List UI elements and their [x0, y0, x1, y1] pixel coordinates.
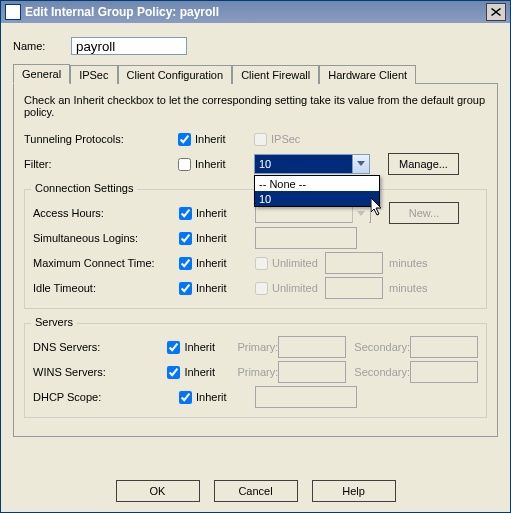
filter-dropdown: -- None -- 10	[254, 175, 380, 207]
wins-primary-input	[278, 361, 346, 383]
close-icon	[491, 8, 501, 16]
dhcp-inherit-checkbox[interactable]	[179, 391, 192, 404]
tunneling-label: Tunneling Protocols:	[24, 133, 178, 145]
cancel-button[interactable]: Cancel	[214, 480, 298, 502]
idle-timeout-input	[325, 277, 383, 299]
dns-secondary-input	[410, 336, 478, 358]
idle-timeout-label: Idle Timeout:	[33, 282, 179, 294]
dns-label: DNS Servers:	[33, 341, 167, 353]
filter-value: 10	[259, 158, 271, 170]
minutes-label: minutes	[389, 282, 428, 294]
tab-strip: General IPSec Client Configuration Clien…	[13, 63, 498, 83]
dns-primary-input	[278, 336, 346, 358]
tab-panel-general: Check an Inherit checkbox to let the cor…	[13, 83, 498, 437]
help-button[interactable]: Help	[312, 480, 396, 502]
wins-label: WINS Servers:	[33, 366, 167, 378]
filter-inherit-checkbox[interactable]	[178, 158, 191, 171]
dns-secondary-label: Secondary:	[354, 341, 410, 353]
unlimited-label: Unlimited	[272, 257, 318, 269]
tab-hardware-client[interactable]: Hardware Client	[319, 65, 416, 84]
simul-logins-label: Simultaneous Logins:	[33, 232, 179, 244]
connection-settings-group: Connection Settings Access Hours: Inheri…	[24, 189, 487, 309]
wins-secondary-input	[410, 361, 478, 383]
tab-general[interactable]: General	[13, 64, 70, 84]
filter-combo[interactable]: 10 -- None -- 10	[254, 154, 370, 174]
max-connect-label: Maximum Connect Time:	[33, 257, 179, 269]
dns-primary-label: Primary:	[237, 341, 278, 353]
window-title: Edit Internal Group Policy: payroll	[25, 5, 219, 19]
new-button: New...	[389, 202, 459, 224]
name-input[interactable]	[71, 37, 187, 55]
max-connect-unlimited-checkbox	[255, 257, 268, 270]
ok-button[interactable]: OK	[116, 480, 200, 502]
simul-logins-input	[255, 227, 357, 249]
wins-primary-label: Primary:	[237, 366, 278, 378]
filter-option-10[interactable]: 10	[255, 191, 379, 206]
dhcp-label: DHCP Scope:	[33, 391, 179, 403]
inherit-label: Inherit	[196, 391, 227, 403]
tab-ipsec[interactable]: IPSec	[70, 65, 117, 84]
inherit-label: Inherit	[184, 341, 215, 353]
wins-secondary-label: Secondary:	[354, 366, 410, 378]
access-hours-inherit-checkbox[interactable]	[179, 207, 192, 220]
inherit-label: Inherit	[195, 158, 226, 170]
name-label: Name:	[13, 40, 71, 52]
filter-option-none[interactable]: -- None --	[255, 176, 379, 191]
filter-combo-button[interactable]	[352, 155, 369, 173]
tunneling-inherit-checkbox[interactable]	[178, 133, 191, 146]
simul-logins-inherit-checkbox[interactable]	[179, 232, 192, 245]
ipsec-checkbox	[254, 133, 267, 146]
servers-title: Servers	[31, 316, 77, 328]
minutes-label: minutes	[389, 257, 428, 269]
inherit-label: Inherit	[196, 207, 227, 219]
tab-client-firewall[interactable]: Client Firewall	[232, 65, 319, 84]
chevron-down-icon	[357, 211, 365, 217]
close-button[interactable]	[486, 3, 506, 21]
inherit-label: Inherit	[196, 282, 227, 294]
inherit-label: Inherit	[196, 257, 227, 269]
idle-timeout-inherit-checkbox[interactable]	[179, 282, 192, 295]
dhcp-input	[255, 386, 357, 408]
ipsec-label: IPSec	[271, 133, 300, 145]
app-icon	[5, 4, 21, 20]
access-hours-combo-button	[352, 205, 369, 223]
inherit-label: Inherit	[184, 366, 215, 378]
dns-inherit-checkbox[interactable]	[167, 341, 180, 354]
inherit-label: Inherit	[196, 232, 227, 244]
manage-button[interactable]: Manage...	[388, 153, 459, 175]
connection-settings-title: Connection Settings	[31, 182, 137, 194]
access-hours-label: Access Hours:	[33, 207, 179, 219]
servers-group: Servers DNS Servers: Inherit Primary: Se…	[24, 323, 487, 418]
wins-inherit-checkbox[interactable]	[167, 366, 180, 379]
title-bar: Edit Internal Group Policy: payroll	[1, 1, 510, 23]
inherit-label: Inherit	[195, 133, 226, 145]
unlimited-label: Unlimited	[272, 282, 318, 294]
chevron-down-icon	[357, 161, 365, 167]
max-connect-inherit-checkbox[interactable]	[179, 257, 192, 270]
idle-unlimited-checkbox	[255, 282, 268, 295]
max-connect-input	[325, 252, 383, 274]
tab-client-config[interactable]: Client Configuration	[118, 65, 233, 84]
panel-description: Check an Inherit checkbox to let the cor…	[24, 94, 487, 118]
filter-label: Filter:	[24, 158, 178, 170]
